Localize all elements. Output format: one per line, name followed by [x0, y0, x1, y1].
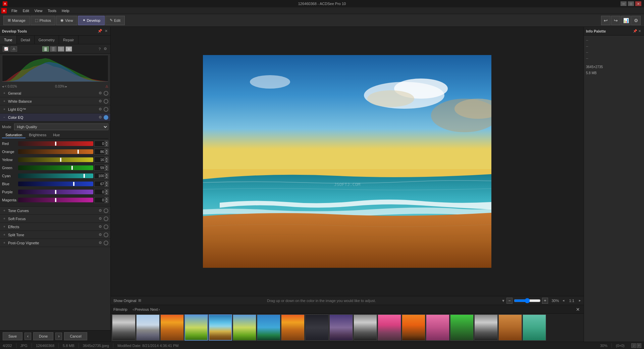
- zoom-out-button[interactable]: −: [506, 298, 513, 304]
- tab-detail[interactable]: Detail: [17, 36, 35, 44]
- slider-spin-down-magenta[interactable]: ▼: [105, 200, 108, 203]
- show-original-button[interactable]: Show Original: [113, 299, 136, 303]
- slider-track-orange[interactable]: [18, 149, 93, 154]
- filmstrip-close-button[interactable]: ✕: [575, 306, 581, 312]
- slider-spin-down-purple[interactable]: ▼: [105, 192, 108, 195]
- slider-track-red[interactable]: [18, 141, 93, 146]
- slider-thumb-red[interactable]: [55, 142, 56, 146]
- slider-spin-down-orange[interactable]: ▼: [105, 152, 108, 155]
- slider-track-cyan[interactable]: [18, 173, 93, 178]
- section-st-gear-icon[interactable]: ⚙: [98, 233, 103, 237]
- slider-track-blue[interactable]: [18, 182, 93, 186]
- section-tc-toggle-circle[interactable]: [104, 208, 108, 213]
- slider-thumb-blue[interactable]: [73, 182, 74, 186]
- slider-value-purple[interactable]: 0: [94, 189, 105, 195]
- filmstrip-next-button[interactable]: Next ›: [150, 307, 160, 311]
- slider-track-purple[interactable]: [18, 190, 93, 194]
- expand-icon[interactable]: ⊞: [138, 298, 141, 303]
- gray-icon[interactable]: ■: [65, 46, 72, 52]
- filmstrip-thumb-9[interactable]: [305, 314, 329, 341]
- slider-spin-up-green[interactable]: ▲: [105, 165, 108, 168]
- menu-file[interactable]: File: [9, 8, 20, 13]
- minimize-button[interactable]: ─: [621, 1, 627, 6]
- slider-value-red[interactable]: 0: [94, 141, 105, 147]
- channel-icon[interactable]: ▒: [50, 46, 57, 52]
- zoom-left-arrow[interactable]: ◂: [562, 298, 565, 303]
- warning-icon[interactable]: ⚠: [10, 46, 17, 52]
- filmstrip-thumb-1[interactable]: [112, 314, 136, 341]
- filmstrip-thumb-18[interactable]: [523, 314, 546, 341]
- section-ceq-toggle-circle[interactable]: [104, 115, 108, 120]
- sub-tab-brightness[interactable]: Brightness: [25, 132, 50, 138]
- slider-track-yellow[interactable]: [18, 157, 93, 162]
- section-eff-toggle-circle[interactable]: [104, 225, 108, 229]
- slider-track-magenta[interactable]: [18, 198, 93, 202]
- info-panel-close-button[interactable]: ✕: [637, 29, 642, 34]
- slider-spin-up-cyan[interactable]: ▲: [105, 173, 108, 176]
- slider-spin-up-blue[interactable]: ▲: [105, 181, 108, 184]
- section-light-eq[interactable]: + Light EQ™ ⚙: [0, 105, 110, 113]
- filmstrip-prev-button[interactable]: ‹ Previous: [133, 307, 149, 311]
- panel-pin-button[interactable]: 📌: [98, 29, 102, 34]
- filmstrip-thumb-13[interactable]: [402, 314, 425, 341]
- zoom-in-button[interactable]: +: [542, 298, 548, 304]
- slider-spin-up-purple[interactable]: ▲: [105, 189, 108, 192]
- filmstrip-thumb-4[interactable]: [184, 314, 208, 341]
- section-wb-gear-icon[interactable]: ⚙: [98, 99, 103, 104]
- save-button[interactable]: Save: [3, 332, 22, 340]
- develop-button[interactable]: ✦ Develop: [78, 16, 105, 25]
- histogram-icon[interactable]: 📈: [3, 46, 9, 52]
- slider-thumb-magenta[interactable]: [55, 198, 56, 202]
- filmstrip-thumb-11[interactable]: [354, 314, 377, 341]
- section-st-toggle-circle[interactable]: [104, 233, 108, 237]
- slider-spin-up-magenta[interactable]: ▲: [105, 197, 108, 200]
- slider-spin-up-yellow[interactable]: ▲: [105, 157, 108, 160]
- next-nav-button[interactable]: ›: [55, 333, 62, 340]
- view-button[interactable]: ◉ View: [56, 16, 77, 25]
- maximize-button[interactable]: □: [628, 1, 634, 6]
- settings-button[interactable]: ⚙: [631, 16, 641, 25]
- filmstrip-thumb-12[interactable]: [378, 314, 401, 341]
- manage-button[interactable]: ⊞ Manage: [3, 16, 30, 25]
- section-color-eq[interactable]: − Color EQ ⚙: [0, 113, 110, 121]
- slider-spin-down-cyan[interactable]: ▼: [105, 176, 108, 179]
- section-soft-focus[interactable]: + Soft Focus ⚙: [0, 215, 110, 223]
- section-wb-toggle-circle[interactable]: [104, 99, 108, 104]
- section-general-toggle-circle[interactable]: [104, 91, 108, 96]
- slider-track-green[interactable]: [18, 165, 93, 170]
- menu-tools[interactable]: Tools: [45, 8, 59, 13]
- sub-tab-saturation[interactable]: Saturation: [2, 132, 25, 138]
- slider-value-orange[interactable]: 86: [94, 149, 105, 155]
- section-leq-gear-icon[interactable]: ⚙: [98, 107, 103, 112]
- section-general-gear-icon[interactable]: ⚙: [98, 91, 103, 96]
- tab-tune[interactable]: Tune: [0, 36, 17, 44]
- gear-button[interactable]: ⚙: [103, 47, 108, 51]
- section-sf-toggle-circle[interactable]: [104, 216, 108, 221]
- sub-tab-hue[interactable]: Hue: [50, 132, 63, 138]
- filmstrip-thumb-15[interactable]: [450, 314, 474, 341]
- slider-thumb-yellow[interactable]: [60, 158, 61, 162]
- section-effects[interactable]: + Effects ⚙: [0, 223, 110, 231]
- done-button[interactable]: Done: [33, 332, 53, 340]
- menu-help[interactable]: Help: [59, 8, 72, 13]
- slider-spin-up-red[interactable]: ▲: [105, 141, 108, 144]
- menu-view[interactable]: View: [32, 8, 45, 13]
- slider-spin-down-yellow[interactable]: ▼: [105, 160, 108, 163]
- close-button[interactable]: ✕: [635, 1, 641, 6]
- info-panel-pin-button[interactable]: 📌: [633, 29, 637, 34]
- slider-value-yellow[interactable]: 16: [94, 157, 105, 163]
- slider-value-magenta[interactable]: 0: [94, 197, 105, 203]
- slider-spin-down-blue[interactable]: ▼: [105, 184, 108, 187]
- zoom-slider[interactable]: [514, 298, 541, 303]
- slider-value-green[interactable]: 59: [94, 165, 105, 171]
- slider-thumb-orange[interactable]: [77, 150, 79, 154]
- filmstrip-thumb-3[interactable]: [160, 314, 184, 341]
- slider-value-blue[interactable]: 67: [94, 181, 105, 187]
- slider-thumb-purple[interactable]: [55, 190, 56, 194]
- section-sf-gear-icon[interactable]: ⚙: [98, 216, 103, 221]
- filmstrip-thumb-2[interactable]: [136, 314, 160, 341]
- filmstrip-thumb-7[interactable]: [257, 314, 280, 341]
- zoom-right-arrow[interactable]: ▸: [579, 298, 581, 303]
- slider-spin-down-red[interactable]: ▼: [105, 144, 108, 147]
- cancel-button[interactable]: Cancel: [64, 332, 87, 340]
